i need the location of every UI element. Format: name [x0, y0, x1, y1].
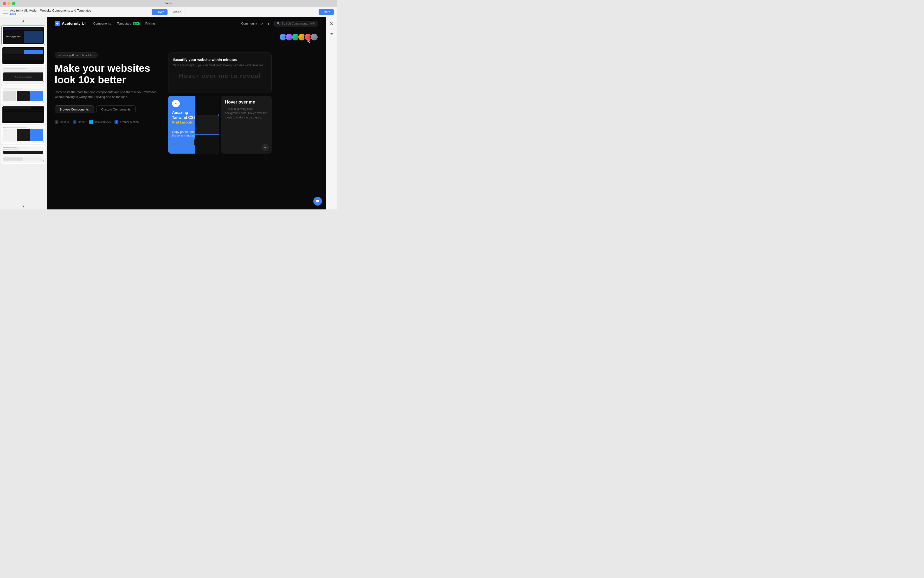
- website-nav-links: Components Templates new Pricing: [93, 22, 155, 25]
- card-date: 28th March, 2023: [172, 143, 193, 145]
- image-strip: [195, 96, 219, 154]
- maximize-button[interactable]: [12, 2, 15, 5]
- hero-tag-text: Introducing AI SaaS Template: [58, 54, 92, 57]
- hover-glow-card[interactable]: Hover over me This is a glowing stars ba…: [221, 96, 272, 154]
- tailwind-card: AmazingTailwind CSS Grid Layouts Copy pa…: [168, 96, 219, 154]
- logo-icon: [55, 21, 60, 26]
- menu-button[interactable]: [3, 10, 8, 15]
- minimize-button[interactable]: [8, 2, 11, 5]
- project-title: Aceiterity UI: Modern Website Components…: [10, 9, 91, 12]
- browse-components-button[interactable]: Browse Components: [55, 106, 94, 114]
- tech-stack: N Next.js ⚛ React ~ TailwindCSS: [55, 120, 160, 124]
- sidebar-item-num-4: 4: [43, 101, 44, 104]
- nav-icon-moon[interactable]: ◐: [267, 22, 271, 26]
- hero-tag: Introducing AI SaaS Template ›: [55, 52, 98, 58]
- sidebar-item-num-1: 1: [42, 41, 44, 44]
- nav-center-controls: Player Article: [152, 9, 185, 15]
- hero-left: Introducing AI SaaS Template › Make your…: [55, 52, 160, 154]
- avatar-group: [279, 33, 318, 41]
- tech-tailwind: ~ TailwindCSS: [89, 120, 111, 124]
- top-nav: Aceiterity UI: Modern Website Components…: [0, 7, 337, 17]
- search-label: Search Components: [282, 22, 308, 25]
- hero-right: Beautify your website within minutes Wit…: [168, 52, 272, 154]
- close-button[interactable]: [3, 2, 6, 5]
- templates-badge: new: [133, 23, 139, 25]
- window-title: Temo: [165, 2, 172, 5]
- app-chrome: Aceiterity UI: Modern Website Components…: [0, 7, 337, 209]
- chat-icon[interactable]: [328, 20, 335, 27]
- hover-card-desc: This is a glowing stars background card.…: [225, 107, 268, 120]
- left-sidebar: ▲ Make your websites look 10x modern 1: [0, 17, 47, 209]
- sidebar-item-num-7: 7: [43, 160, 44, 163]
- custom-components-button[interactable]: Custom Components: [96, 106, 136, 114]
- sidebar-item-3[interactable]: Tutorial is Awesome 3: [2, 66, 45, 85]
- chat-button[interactable]: [313, 197, 322, 206]
- website-search-box[interactable]: 🔍 Search Components ⌘K: [274, 21, 318, 26]
- sidebar-item-num-2: 2: [43, 62, 44, 64]
- nav-icon-x[interactable]: ✕: [261, 22, 264, 26]
- hover-card-title: Hover over me: [225, 100, 268, 105]
- hover-text: Hover over me to reveal: [173, 67, 267, 84]
- avatar-6: [310, 33, 318, 41]
- nav-link-components[interactable]: Components: [93, 22, 111, 25]
- hero-description: Copy paste the most trending components …: [55, 90, 160, 100]
- article-button[interactable]: Article: [169, 9, 185, 15]
- content-area: Aceternity UI Components Templates new P…: [47, 17, 326, 209]
- hero-buttons: Browse Components Custom Components: [55, 106, 160, 114]
- hero-title: Make your websites look 10x better: [55, 63, 160, 86]
- play-button[interactable]: [172, 100, 180, 107]
- sidebar-item-num-5: 5: [43, 120, 44, 123]
- hero-section: Introducing AI SaaS Template › Make your…: [47, 43, 326, 161]
- sidebar-item-4[interactable]: 4: [2, 86, 45, 104]
- logo-text: Aceternity UI: [62, 21, 86, 26]
- sidebar-item-5[interactable]: 5: [2, 106, 45, 124]
- share-button[interactable]: Share: [319, 9, 334, 15]
- tech-react-label: React: [78, 120, 86, 124]
- tech-nextjs-label: Next.js: [60, 120, 69, 124]
- avatars-container: [47, 30, 326, 43]
- tech-framer-label: Framer Motion: [120, 120, 139, 124]
- nav-link-templates[interactable]: Templates new: [117, 22, 139, 25]
- beautify-card: Beautify your website within minutes Wit…: [168, 52, 272, 93]
- sidebar-item-1[interactable]: Make your websites look 10x modern 1: [2, 26, 45, 45]
- sidebar-item-6[interactable]: Need custom components... Free 6: [2, 125, 45, 144]
- sidebar-item-num-6: 6: [43, 140, 44, 143]
- search-shortcut: ⌘K: [310, 22, 316, 25]
- tech-react: ⚛ React: [73, 120, 86, 124]
- tech-nextjs: N Next.js: [55, 120, 69, 124]
- beautify-card-title: Beautify your website within minutes: [173, 58, 267, 62]
- website-nav-right: Community ✕ ◐ 🔍 Search Components ⌘K: [241, 21, 318, 26]
- beautify-card-desc: With Aceternity UI, you can build great …: [173, 63, 267, 67]
- sidebar-items-list: Make your websites look 10x modern 1: [0, 24, 47, 203]
- nav-project-info: Aceiterity UI: Modern Website Components…: [10, 9, 91, 15]
- website-logo: Aceternity UI: [55, 21, 86, 26]
- right-sidebar: [326, 17, 337, 209]
- sidebar-item-num-3: 3: [43, 81, 44, 84]
- sidebar-collapse-bottom[interactable]: ▼: [0, 203, 47, 209]
- main-layout: ▲ Make your websites look 10x modern 1: [0, 17, 337, 209]
- svg-marker-1: [175, 103, 177, 104]
- translate-icon[interactable]: [328, 30, 335, 37]
- edit-icon[interactable]: [328, 41, 335, 48]
- title-bar: Temo: [0, 0, 337, 7]
- nav-right: Share: [319, 9, 334, 15]
- nav-link-community[interactable]: Community: [241, 22, 257, 25]
- window-controls: [3, 2, 15, 5]
- tech-framer: ⬡ Framer Motion: [115, 120, 139, 124]
- nav-link-pricing[interactable]: Pricing: [145, 22, 155, 25]
- card-arrow-icon: →: [262, 144, 269, 151]
- sidebar-item-7[interactable]: Website templates that stand out 7: [2, 145, 45, 164]
- project-status: Draft: [10, 12, 91, 15]
- website-frame: Aceternity UI Components Templates new P…: [47, 17, 326, 209]
- svg-rect-3: [330, 43, 333, 46]
- tech-tailwind-label: TailwindCSS: [94, 120, 111, 124]
- player-button[interactable]: Player: [152, 9, 167, 15]
- sidebar-collapse-top[interactable]: ▲: [0, 17, 47, 24]
- hero-tag-arrow: ›: [94, 54, 95, 57]
- search-icon: 🔍: [277, 22, 280, 25]
- cards-row: AmazingTailwind CSS Grid Layouts Copy pa…: [168, 96, 272, 154]
- website-nav: Aceternity UI Components Templates new P…: [47, 17, 326, 30]
- sidebar-item-2[interactable]: 2: [2, 46, 45, 65]
- svg-marker-0: [56, 23, 58, 25]
